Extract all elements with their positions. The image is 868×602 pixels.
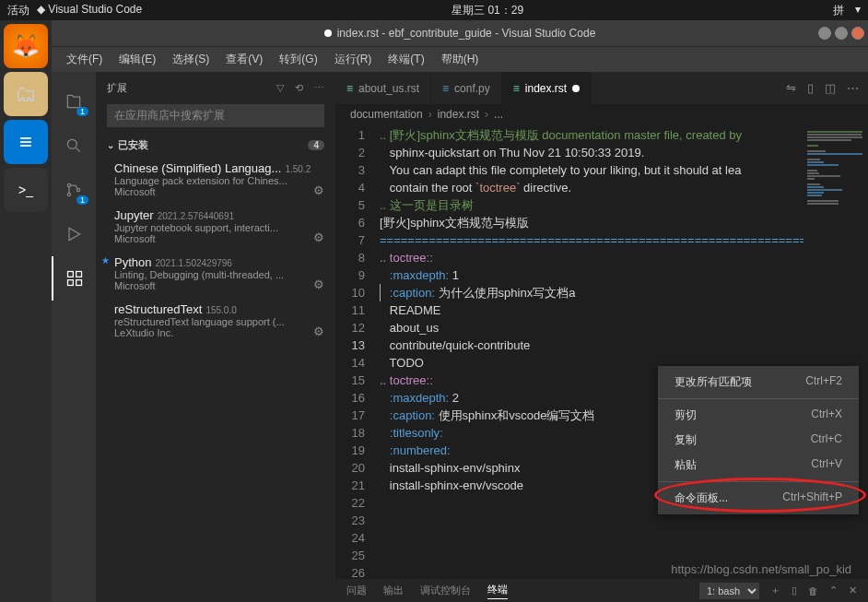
svg-point-2: [67, 193, 70, 195]
menu-item[interactable]: 选择(S): [165, 48, 217, 71]
installed-section[interactable]: ⌄ 已安装 4: [96, 135, 335, 156]
menu-item[interactable]: 转到(G): [272, 48, 324, 71]
new-terminal-icon[interactable]: ＋: [770, 584, 780, 597]
breadcrumb-item[interactable]: documentation: [350, 108, 423, 121]
filter-icon[interactable]: ▽: [276, 82, 284, 94]
panel-tabs: 问题输出调试控制台终端 1: bash ＋ ▯ 🗑 ⌃ ✕: [335, 578, 868, 602]
context-menu-item[interactable]: 粘贴Ctrl+V: [658, 453, 859, 478]
extension-item[interactable]: ★Python2021.1.502429796Linting, Debuggin…: [96, 250, 335, 297]
window-title: index.rst - ebf_contribute_guide - Visua…: [337, 27, 596, 40]
vscode-window: index.rst - ebf_contribute_guide - Visua…: [52, 20, 868, 602]
terminal-select[interactable]: 1: bash: [699, 583, 759, 599]
extensions-icon[interactable]: [52, 256, 96, 301]
more-icon[interactable]: ⋯: [314, 82, 324, 94]
breadcrumb[interactable]: documentation›index.rst›...: [335, 104, 868, 124]
menu-item[interactable]: 运行(R): [327, 48, 380, 71]
extension-item[interactable]: Chinese (Simplified) Languag...1.50.2Lan…: [96, 156, 335, 203]
context-menu-item[interactable]: 复制Ctrl+C: [658, 428, 859, 453]
maximize-panel-icon[interactable]: ⌃: [829, 584, 838, 596]
close-button[interactable]: [851, 27, 864, 40]
activity-bar: 1 1: [52, 72, 96, 602]
editor-tab[interactable]: ≡conf.py: [431, 72, 502, 104]
menu-item[interactable]: 查看(V): [218, 48, 270, 71]
dirty-indicator-icon: [572, 85, 580, 92]
source-control-icon[interactable]: 1: [52, 168, 96, 212]
explorer-icon[interactable]: 1: [52, 79, 96, 124]
menu-item[interactable]: 编辑(E): [111, 48, 163, 71]
breadcrumb-item[interactable]: index.rst: [438, 108, 479, 121]
panel-tab[interactable]: 终端: [487, 583, 508, 599]
extension-item[interactable]: reStructuredText155.0.0reStructuredText …: [96, 297, 335, 344]
dock-terminal-icon[interactable]: >_: [4, 168, 48, 212]
menu-item[interactable]: 文件(F): [59, 48, 110, 71]
dirty-dot-icon: [324, 30, 332, 37]
panel-tab[interactable]: 调试控制台: [420, 584, 471, 597]
extension-item[interactable]: Jupyter2021.2.576440691Jupyter notebook …: [96, 203, 335, 250]
ime-indicator[interactable]: 拼: [833, 3, 844, 18]
chevron-down-icon: ⌄: [107, 140, 114, 150]
activities-label[interactable]: 活动: [7, 3, 29, 18]
svg-rect-6: [68, 280, 74, 286]
sidebar: 扩展 ▽ ⟲ ⋯ 在应用商店中搜索扩展 ⌄ 已安装 4 Chinese (Sim…: [96, 72, 335, 602]
dock-vscode-icon[interactable]: ≡: [4, 120, 48, 164]
svg-rect-4: [68, 272, 74, 277]
file-icon: ≡: [513, 82, 520, 95]
split-icon[interactable]: ◫: [825, 81, 836, 95]
maximize-button[interactable]: [835, 27, 848, 40]
context-menu-item[interactable]: 命令面板...Ctrl+Shift+P: [658, 486, 859, 511]
file-icon: ≡: [442, 82, 449, 95]
clock[interactable]: 星期三 01：29: [142, 3, 833, 18]
gear-icon[interactable]: ⚙: [313, 325, 324, 338]
editor-area: ≡about_us.rst≡conf.py≡index.rst ⇋ ▯ ◫ ⋯ …: [335, 72, 868, 602]
dock-files-icon[interactable]: 🗂: [4, 72, 48, 116]
menu-item[interactable]: 终端(T): [381, 48, 431, 71]
gear-icon[interactable]: ⚙: [313, 183, 324, 197]
window-controls: [818, 27, 864, 40]
recommended-star-icon: ★: [101, 255, 110, 266]
installed-count-badge: 4: [308, 140, 324, 150]
search-icon[interactable]: [52, 124, 96, 168]
line-numbers: 1234567891011121314151617181920212223242…: [335, 124, 380, 578]
minimize-button[interactable]: [818, 27, 831, 40]
watermark: https://blog.csdn.net/small_po_kid: [671, 562, 851, 576]
context-menu: 更改所有匹配项Ctrl+F2剪切Ctrl+X复制Ctrl+C粘贴Ctrl+V命令…: [658, 366, 859, 514]
extension-search-input[interactable]: 在应用商店中搜索扩展: [107, 104, 324, 127]
close-panel-icon[interactable]: ✕: [849, 584, 857, 596]
app-indicator[interactable]: ◆ Visual Studio Code: [37, 3, 142, 18]
dock-firefox-icon[interactable]: 🦊: [4, 24, 48, 68]
scm-badge: 1: [76, 195, 88, 205]
svg-rect-5: [76, 272, 82, 277]
dock: 🦊 🗂 ≡ >_: [0, 20, 52, 602]
os-top-bar: 活动 ◆ Visual Studio Code 星期三 01：29 拼 ▾: [0, 0, 868, 20]
panel-tab[interactable]: 输出: [383, 584, 404, 597]
breadcrumb-item[interactable]: ...: [494, 108, 503, 121]
gear-icon[interactable]: ⚙: [313, 230, 324, 244]
run-debug-icon[interactable]: [52, 212, 96, 256]
compare-icon[interactable]: ⇋: [786, 81, 796, 95]
clear-icon[interactable]: ⟲: [295, 82, 303, 94]
preview-icon[interactable]: ▯: [807, 81, 814, 95]
system-tray[interactable]: ▾: [855, 3, 861, 18]
context-menu-item[interactable]: 更改所有匹配项Ctrl+F2: [658, 370, 859, 395]
extension-list: Chinese (Simplified) Languag...1.50.2Lan…: [96, 156, 335, 344]
editor-tab[interactable]: ≡index.rst: [502, 72, 592, 104]
file-icon: ≡: [346, 82, 353, 95]
menu-item[interactable]: 帮助(H): [434, 48, 487, 71]
svg-rect-7: [76, 280, 82, 286]
svg-point-1: [67, 183, 70, 186]
tab-actions: ⇋ ▯ ◫ ⋯: [777, 72, 868, 104]
kill-terminal-icon[interactable]: 🗑: [808, 585, 818, 596]
editor-tabs: ≡about_us.rst≡conf.py≡index.rst ⇋ ▯ ◫ ⋯: [335, 72, 868, 104]
split-terminal-icon[interactable]: ▯: [792, 584, 797, 596]
installed-label: 已安装: [118, 138, 148, 152]
context-menu-item[interactable]: 剪切Ctrl+X: [658, 403, 859, 428]
more-actions-icon[interactable]: ⋯: [847, 81, 859, 95]
svg-point-3: [76, 188, 79, 191]
panel-tab[interactable]: 问题: [346, 584, 367, 597]
sidebar-title: 扩展 ▽ ⟲ ⋯: [96, 72, 335, 104]
svg-point-0: [67, 139, 76, 148]
sidebar-title-label: 扩展: [107, 81, 127, 95]
gear-icon[interactable]: ⚙: [313, 277, 324, 291]
editor-tab[interactable]: ≡about_us.rst: [335, 72, 431, 104]
explorer-badge: 1: [76, 107, 88, 116]
